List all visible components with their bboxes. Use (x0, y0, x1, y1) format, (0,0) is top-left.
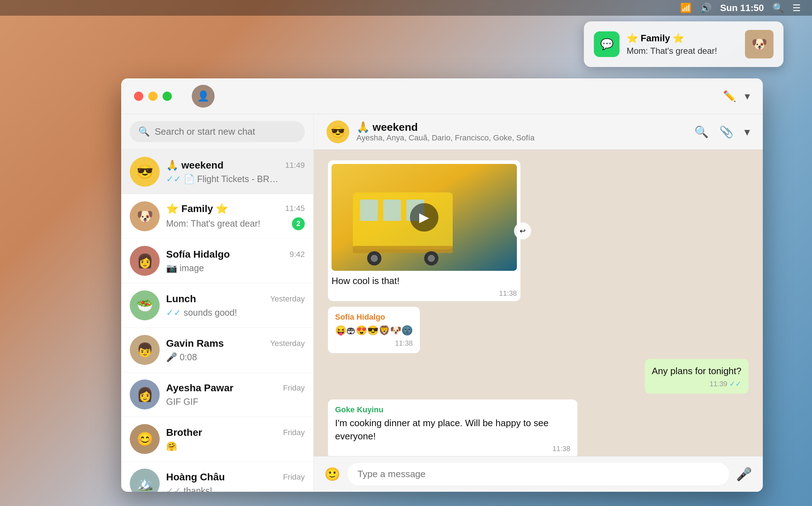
chat-item-family[interactable]: 🐶 ⭐ Family ⭐ 11:45 Mom: That's great dea… (121, 194, 313, 239)
chat-header-bar: 😎 🙏 weekend Ayesha, Anya, Cauã, Dario, F… (314, 114, 763, 150)
chat-time-lunch: Yesterday (270, 294, 305, 304)
bubble-outgoing-plans: Any plans for tonight? 11:39 ✓✓ (645, 359, 749, 394)
chat-time-hoang: Friday (283, 473, 305, 482)
bubble-text-howcool: How cool is that! (332, 274, 517, 287)
app-window: 👤 ✏️ ▾ 🔍 😎 🙏 (121, 78, 763, 492)
msg-goke: Goke Kuyinu I'm cooking dinner at my pla… (328, 399, 749, 456)
notification-avatar: 🐶 (745, 30, 774, 58)
chat-item-lunch[interactable]: 🥗 Lunch Yesterday ✓✓ sounds good! (121, 283, 313, 328)
messages-area: ▶ ↩ How cool is that! 11:38 Sofía Hidalg… (314, 150, 763, 456)
chat-info-gavin: Gavin Rams Yesterday 🎤 0:08 (166, 338, 305, 362)
bubble-time-howcool: 11:38 (332, 289, 517, 298)
chat-avatar-family: 🐶 (130, 201, 160, 231)
chat-name-weekend: 🙏 weekend (166, 159, 223, 171)
svg-point-9 (371, 255, 378, 262)
sidebar: 🔍 😎 🙏 weekend 11:49 (121, 114, 314, 492)
chat-name-gavin: Gavin Rams (166, 338, 224, 349)
bubble-text-goke: I'm cooking dinner at my place. Will be … (335, 417, 570, 443)
chat-preview-weekend: ✓✓ 📄 Flight Tickets - BR 145.pdf (166, 174, 280, 184)
notification-content: ⭐ Family ⭐ Mom: That's great dear! (627, 33, 738, 56)
more-options-icon[interactable]: ▾ (744, 125, 750, 139)
chat-item-ayesha[interactable]: 👩 Ayesha Pawar Friday GIF GIF (121, 372, 313, 417)
emoji-button[interactable]: 🙂 (324, 467, 340, 482)
menubar: 📶 🔊 Sun 11:50 🔍 ☰ (0, 0, 812, 16)
msg-sofia-emoji: Sofía Hidalgo 😝🏟😍😎🦁🐶🌚 11:38 (328, 307, 749, 353)
compose-icon[interactable]: ✏️ (723, 90, 736, 102)
bubble-time-goke: 11:38 (335, 445, 570, 453)
chat-time-sofia: 9:42 (289, 250, 305, 259)
menubar-menu-icon[interactable]: ☰ (792, 2, 801, 14)
chat-avatar-brother: 😊 (130, 424, 160, 454)
chat-list: 😎 🙏 weekend 11:49 ✓✓ 📄 Flight Tickets - … (121, 150, 313, 492)
chat-item-brother[interactable]: 😊 Brother Friday 🤗 (121, 417, 313, 461)
minimize-button[interactable] (148, 92, 158, 101)
chat-group-info: 🙏 weekend Ayesha, Anya, Cauã, Dario, Fra… (356, 121, 687, 143)
chat-group-avatar[interactable]: 😎 (327, 120, 349, 143)
chat-avatar-hoang: 🏔️ (130, 469, 160, 492)
search-messages-icon[interactable]: 🔍 (694, 125, 709, 139)
share-button[interactable]: ↩ (514, 222, 531, 239)
chat-name-brother: Brother (166, 427, 202, 438)
play-button[interactable]: ▶ (410, 203, 438, 232)
search-icon: 🔍 (138, 126, 150, 137)
chat-time-ayesha: Friday (283, 383, 305, 393)
chat-info-hoang: Hoàng Châu Friday ✓✓ thanks! (166, 471, 305, 492)
chat-avatar-ayesha: 👩 (130, 380, 160, 409)
msg-video: ▶ ↩ How cool is that! 11:38 (328, 160, 749, 301)
chat-header-actions: 🔍 📎 ▾ (694, 125, 750, 139)
bubble-time-plans: 11:39 ✓✓ (652, 380, 742, 388)
chat-info-weekend: 🙏 weekend 11:49 ✓✓ 📄 Flight Tickets - BR… (166, 159, 305, 184)
chat-item-sofia[interactable]: 👩 Sofía Hidalgo 9:42 📷 image (121, 239, 313, 283)
chat-name-hoang: Hoàng Châu (166, 471, 225, 483)
search-input[interactable] (155, 126, 296, 137)
chat-preview-hoang: ✓✓ thanks! (166, 486, 212, 492)
maximize-button[interactable] (163, 92, 172, 101)
input-area: 🙂 🎤 (314, 456, 763, 492)
chat-group-members: Ayesha, Anya, Cauã, Dario, Francisco, Go… (356, 133, 687, 143)
chat-name-sofia: Sofía Hidalgo (166, 249, 230, 260)
traffic-lights (134, 92, 172, 101)
menubar-wifi-icon: 📶 (680, 2, 692, 14)
search-bar: 🔍 (121, 114, 313, 150)
menubar-time: Sun 11:50 (720, 2, 764, 14)
attachment-icon[interactable]: 📎 (719, 125, 734, 139)
chat-name-family: ⭐ Family ⭐ (166, 203, 228, 215)
notification-app-icon: 💬 (594, 31, 620, 57)
chat-name-ayesha: Ayesha Pawar (166, 382, 233, 394)
notification-banner[interactable]: 💬 ⭐ Family ⭐ Mom: That's great dear! 🐶 (584, 21, 783, 67)
chat-preview-lunch: ✓✓ sounds good! (166, 308, 237, 318)
svg-text:💬: 💬 (600, 38, 614, 51)
bubble-sofia-emoji: Sofía Hidalgo 😝🏟😍😎🦁🐶🌚 11:38 (328, 307, 420, 353)
chat-group-prayer-emoji: 🙏 (356, 121, 372, 133)
menubar-search-icon[interactable]: 🔍 (772, 2, 784, 14)
bubble-goke: Goke Kuyinu I'm cooking dinner at my pla… (328, 399, 577, 456)
msg-outgoing-plans: Any plans for tonight? 11:39 ✓✓ (328, 359, 749, 394)
chat-item-weekend[interactable]: 😎 🙏 weekend 11:49 ✓✓ 📄 Flight Tickets - … (121, 150, 313, 194)
chat-time-gavin: Yesterday (270, 339, 305, 348)
titlebar: 👤 ✏️ ▾ (121, 78, 763, 114)
search-input-wrap[interactable]: 🔍 (130, 121, 305, 142)
chat-info-ayesha: Ayesha Pawar Friday GIF GIF (166, 382, 305, 407)
chat-time-brother: Friday (283, 428, 305, 437)
chat-item-hoang[interactable]: 🏔️ Hoàng Châu Friday ✓✓ thanks! (121, 461, 313, 492)
chat-preview-family: Mom: That's great dear! (166, 218, 260, 229)
chat-preview-ayesha: GIF GIF (166, 397, 198, 407)
bubble-sender-sofia: Sofía Hidalgo (335, 313, 413, 322)
chat-preview-gavin: 🎤 0:08 (166, 352, 197, 362)
message-input[interactable] (348, 463, 729, 485)
chat-time-family: 11:45 (285, 204, 305, 213)
svg-rect-7 (353, 246, 453, 253)
microphone-button[interactable]: 🎤 (736, 467, 752, 482)
close-button[interactable] (134, 92, 143, 101)
chat-preview-brother: 🤗 (166, 441, 177, 451)
chat-time-weekend: 11:49 (285, 161, 305, 170)
chat-info-sofia: Sofía Hidalgo 9:42 📷 image (166, 249, 305, 273)
chat-item-gavin[interactable]: 👦 Gavin Rams Yesterday 🎤 0:08 (121, 328, 313, 372)
main-content: 🔍 😎 🙏 weekend 11:49 (121, 114, 763, 492)
titlebar-user-avatar: 👤 (192, 85, 215, 108)
video-thumbnail[interactable]: ▶ (332, 164, 517, 271)
bubble-video: ▶ ↩ How cool is that! 11:38 (328, 160, 520, 301)
chat-window: 😎 🙏 weekend Ayesha, Anya, Cauã, Dario, F… (314, 114, 763, 492)
chat-preview-sofia: 📷 image (166, 263, 204, 273)
dropdown-icon[interactable]: ▾ (745, 90, 750, 102)
